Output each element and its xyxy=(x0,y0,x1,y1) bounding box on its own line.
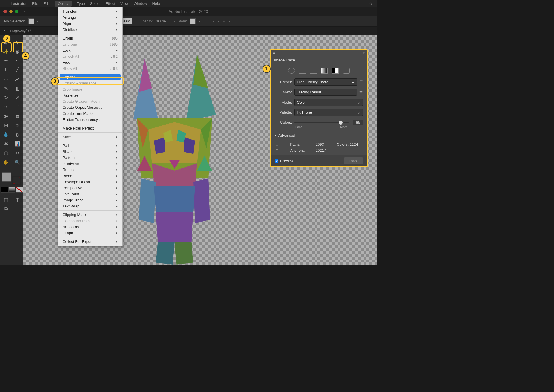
advanced-toggle[interactable]: ▸ Advanced xyxy=(271,131,367,140)
menu-item-blend[interactable]: Blend▸ xyxy=(58,173,122,179)
grayscale-icon[interactable] xyxy=(321,68,328,74)
menu-icon[interactable]: ☰ xyxy=(360,80,363,84)
menu-item-flatten-transparency-[interactable]: Flatten Transparency... xyxy=(58,117,122,123)
preview-checkbox[interactable] xyxy=(275,159,278,163)
info-icon[interactable]: i xyxy=(275,145,279,150)
free-transform-tool[interactable]: ⬚ xyxy=(12,102,23,111)
pen-tool[interactable]: ✒ xyxy=(0,56,12,65)
align-icon[interactable]: ⫠ xyxy=(212,19,215,23)
colors-value[interactable]: 85 xyxy=(353,120,363,125)
menu-item-group[interactable]: Group⌘G xyxy=(58,35,122,41)
traffic-lights[interactable] xyxy=(3,10,18,13)
menu-item-repeat[interactable]: Repeat▸ xyxy=(58,167,122,173)
shaper-tool[interactable]: ✎ xyxy=(0,84,12,93)
rectangle-tool[interactable]: ▭ xyxy=(0,74,12,84)
chevron-right-icon[interactable]: › xyxy=(173,19,175,23)
draw-mode-icon[interactable]: ◫ xyxy=(12,195,23,204)
eraser-tool[interactable]: ◧ xyxy=(12,84,23,93)
menubar-right-icon[interactable]: ◇ xyxy=(369,1,372,6)
menu-item-arrange[interactable]: Arrange▸ xyxy=(58,14,122,20)
menu-item-hide[interactable]: Hide▸ xyxy=(58,59,122,65)
paintbrush-tool[interactable]: 🖌 xyxy=(12,74,23,84)
app-name[interactable]: Illustrator xyxy=(10,1,27,6)
menu-item-text-wrap[interactable]: Text Wrap▸ xyxy=(58,203,122,209)
line-tool[interactable]: ╱ xyxy=(12,65,23,74)
width-tool[interactable]: ↔ xyxy=(0,102,12,111)
view-dropdown[interactable]: Tracing Result⌄ xyxy=(294,89,357,96)
menu-window[interactable]: Window xyxy=(134,1,147,6)
menu-type[interactable]: Type xyxy=(77,1,85,6)
blend-tool[interactable]: ◐ xyxy=(12,130,23,139)
color-mode-gradient[interactable] xyxy=(8,187,16,193)
menu-item-distribute[interactable]: Distribute▸ xyxy=(58,27,122,33)
outline-icon[interactable] xyxy=(343,68,350,74)
menu-item-path[interactable]: Path▸ xyxy=(58,142,122,149)
document-tab[interactable]: Image.png* @ xyxy=(9,29,31,33)
menu-item-make-pixel-perfect[interactable]: Make Pixel Perfect xyxy=(58,125,122,131)
color-mode-none[interactable] xyxy=(16,187,23,193)
preset-dropdown[interactable]: High Fidelity Photo⌄ xyxy=(294,78,357,86)
gradient-tool[interactable]: ▨ xyxy=(12,121,23,130)
chevron-down-icon[interactable]: ▾ xyxy=(218,20,220,23)
menu-item-clipping-mask[interactable]: Clipping Mask▸ xyxy=(58,212,122,218)
menu-item-rasterize-[interactable]: Rasterize... xyxy=(58,92,122,98)
eyedropper-tool[interactable]: 💧 xyxy=(0,130,12,139)
symbol-sprayer-tool[interactable]: ✱ xyxy=(0,139,12,148)
menu-select[interactable]: Select xyxy=(90,1,100,6)
menu-item-live-paint[interactable]: Live Paint▸ xyxy=(58,191,122,197)
opacity-input[interactable] xyxy=(156,19,171,23)
menu-item-graph[interactable]: Graph▸ xyxy=(58,230,122,236)
close-window-icon[interactable] xyxy=(3,10,7,13)
menu-item-envelope-distort[interactable]: Envelope Distort▸ xyxy=(58,179,122,185)
menu-item-create-object-mosaic-[interactable]: Create Object Mosaic... xyxy=(58,104,122,110)
slice-tool[interactable]: ✂ xyxy=(12,148,23,157)
menu-item-align[interactable]: Align▸ xyxy=(58,20,122,27)
panel-title[interactable]: Image Trace xyxy=(271,56,298,64)
mode-dropdown[interactable]: Color⌄ xyxy=(294,99,363,106)
menu-item-slice[interactable]: Slice▸ xyxy=(58,134,122,140)
type-tool[interactable]: T xyxy=(0,65,12,74)
close-panel-icon[interactable]: × xyxy=(273,51,275,55)
menu-item-pattern[interactable]: Pattern▸ xyxy=(58,155,122,161)
scale-tool[interactable]: ⤢ xyxy=(12,93,23,102)
menu-edit[interactable]: Edit xyxy=(43,1,50,6)
rotate-tool[interactable]: ↻ xyxy=(0,93,12,102)
fill-stroke-swatch[interactable] xyxy=(0,168,23,186)
maximize-window-icon[interactable] xyxy=(15,10,18,13)
color-mode-solid[interactable] xyxy=(1,187,8,193)
mesh-tool[interactable]: ⊞ xyxy=(0,121,12,130)
menu-item-lock[interactable]: Lock▸ xyxy=(58,47,122,53)
menu-effect[interactable]: Effect xyxy=(106,1,115,6)
hand-tool[interactable]: ✋ xyxy=(0,157,12,167)
menu-help[interactable]: Help xyxy=(152,1,160,6)
style-swatch[interactable] xyxy=(190,18,196,24)
chevron-down-icon[interactable]: ▾ xyxy=(199,20,200,23)
menu-item-shape[interactable]: Shape▸ xyxy=(58,149,122,155)
high-color-icon[interactable] xyxy=(299,68,306,74)
perspective-grid-tool[interactable]: ▦ xyxy=(12,111,23,121)
close-tab-icon[interactable]: × xyxy=(3,28,6,33)
menu-item-transform[interactable]: Transform▸ xyxy=(58,8,122,14)
draw-mode-icon[interactable]: ◫ xyxy=(0,195,12,204)
menu-item-image-trace[interactable]: Image Trace▸ xyxy=(58,197,122,203)
column-graph-tool[interactable]: 📊 xyxy=(12,139,23,148)
artboard-tool[interactable]: ▢ xyxy=(0,148,12,157)
menu-view[interactable]: View xyxy=(120,1,128,6)
chevron-down-icon[interactable]: ▾ xyxy=(135,20,137,23)
menu-item-create-trim-marks[interactable]: Create Trim Marks xyxy=(58,110,122,117)
home-icon[interactable]: ⌂ xyxy=(24,9,27,14)
zoom-tool[interactable]: 🔍 xyxy=(12,157,23,167)
fill-swatch[interactable] xyxy=(28,18,34,24)
palette-dropdown[interactable]: Full Tone⌄ xyxy=(294,109,363,116)
shape-builder-tool[interactable]: ◉ xyxy=(0,111,12,121)
screen-mode-icon[interactable]: ⧉ xyxy=(0,204,12,213)
collapse-panel-icon[interactable]: ‹‹ xyxy=(363,52,365,55)
chevron-down-icon[interactable]: ▾ xyxy=(37,20,38,23)
black-white-icon[interactable] xyxy=(332,68,339,74)
chevron-down-icon[interactable]: ▾ xyxy=(229,20,230,23)
low-color-icon[interactable] xyxy=(310,68,317,74)
menu-file[interactable]: File xyxy=(32,1,38,6)
menu-item-perspective[interactable]: Perspective▸ xyxy=(58,185,122,191)
menu-item-collect-for-export[interactable]: Collect For Export▸ xyxy=(58,239,122,245)
menu-item-artboards[interactable]: Artboards▸ xyxy=(58,224,122,230)
